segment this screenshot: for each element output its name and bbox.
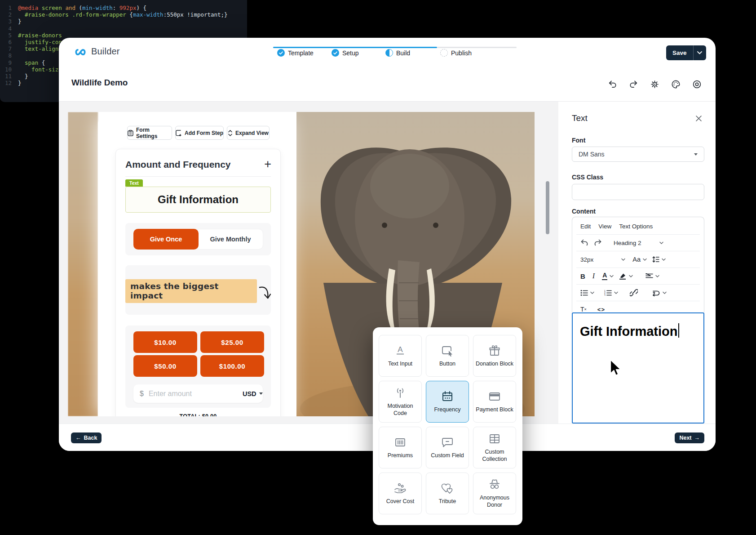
expand-view-button[interactable]: Expand View [227,126,270,140]
save-button[interactable]: Save [666,45,693,60]
palette-item-custom-collection[interactable]: Custom Collection [473,427,516,468]
palette-item-text-input[interactable]: AText Input [379,335,422,377]
amount-button[interactable]: $50.00 [133,355,197,377]
palette-item-motivation-code[interactable]: Motivation Code [379,381,422,423]
palette-item-payment-block[interactable]: Payment Block [473,381,516,423]
add-component-plus-icon[interactable]: + [264,158,271,170]
currency-selector[interactable]: USD [243,390,263,397]
palette-item-cover-cost[interactable]: Cover Cost [379,473,422,514]
stepper-progress-line [273,47,437,48]
italic-button[interactable]: I [592,272,595,280]
add-form-step-label: Add Form Step [185,130,223,136]
palette-item-label: Anonymous Donor [473,495,516,508]
chevron-down-icon[interactable] [614,291,618,295]
chevron-down-icon[interactable] [590,291,594,295]
amount-button[interactable]: $100.00 [200,355,264,377]
bullet-list-icon[interactable] [580,290,588,296]
css-class-input[interactable] [572,184,704,200]
gear-icon[interactable] [650,79,660,89]
menu-edit[interactable]: Edit [580,223,591,230]
palette-item-anonymous-donor[interactable]: Anonymous Donor [473,473,516,514]
text-color-button[interactable]: A [602,272,607,280]
font-select[interactable]: DM Sans [572,147,704,162]
editor-redo-icon[interactable] [594,239,602,246]
text-block-selected[interactable]: Gift Information [125,187,271,213]
palette-item-donation-block[interactable]: Donation Block [473,335,516,377]
chevron-down-icon[interactable] [629,274,633,278]
frequency-icon [441,390,454,403]
chevron-down-icon[interactable] [655,274,659,278]
case-format-button[interactable]: Aa [632,256,641,263]
link-icon[interactable] [630,289,638,296]
step-label: Publish [451,49,472,57]
undo-icon[interactable] [607,79,618,89]
curved-arrow-icon [259,285,271,301]
next-arrow-icon: → [694,435,700,441]
button-icon [441,344,454,357]
component-palette-popup: AText InputButtonDonation BlockMotivatio… [373,327,522,525]
gift-information-heading: Gift Information [158,193,239,206]
next-button[interactable]: Next → [675,432,704,443]
heading-format-select[interactable]: Heading 2 [614,240,641,246]
save-dropdown-button[interactable] [693,45,706,60]
chevron-down-icon[interactable] [621,258,625,262]
step-pending-icon [440,49,448,57]
redo-icon[interactable] [628,79,639,89]
text-input-icon: A [394,344,406,357]
amount-button[interactable]: $10.00 [133,331,197,353]
step-template[interactable]: Template [277,49,314,57]
back-button[interactable]: ← Back [71,432,102,443]
impact-text-block[interactable]: makes the biggest impact [125,265,271,315]
chevron-down-icon[interactable] [662,258,666,262]
step-publish[interactable]: Publish [440,49,472,57]
expand-icon [228,130,233,136]
chevron-down-icon[interactable] [663,291,667,295]
add-form-step-button[interactable]: Add Form Step [175,126,224,140]
font-size-select[interactable]: 32px [580,256,593,263]
back-arrow-icon: ← [75,435,81,441]
text-block-badge: Text [125,179,143,187]
chevron-down-icon[interactable] [643,258,647,262]
page-toolbar: Wildlife Demo [59,67,716,101]
step-build[interactable]: Build [385,49,410,57]
currency-label: USD [243,390,256,397]
builder-logo-icon [74,45,87,59]
content-textarea[interactable]: Gift Information [572,312,704,424]
palette-item-custom-field[interactable]: Custom Field [426,427,469,468]
chevron-down-icon[interactable] [610,274,614,278]
chevron-down-icon[interactable] [659,241,663,245]
palette-item-label: Text Input [386,361,414,368]
ordered-list-icon[interactable]: 123 [604,290,612,296]
give-monthly-button[interactable]: Give Monthly [198,229,263,250]
palette-item-premiums[interactable]: Premiums [379,427,422,468]
canvas-scrollbar[interactable] [546,181,549,234]
palette-item-tribute[interactable]: Tribute [426,473,469,514]
step-check-icon [277,49,285,57]
step-label: Setup [342,49,359,57]
section-title: Amount and Frequency [125,159,231,170]
editor-undo-icon[interactable] [580,239,588,246]
window-header: Builder TemplateSetupBuildPublish Save [59,38,716,67]
highlight-color-icon[interactable] [619,273,627,280]
align-icon[interactable] [645,273,653,279]
amount-button[interactable]: $25.00 [200,331,264,353]
custom-field-icon [441,436,454,449]
bold-button[interactable]: B [580,272,585,280]
menu-text-options[interactable]: Text Options [619,223,653,230]
give-once-button[interactable]: Give Once [133,229,199,250]
enter-amount-input[interactable] [148,389,243,398]
step-setup[interactable]: Setup [332,49,359,57]
code-view-icon[interactable]: <> [597,306,605,313]
palette-icon[interactable] [671,79,681,89]
palette-item-button[interactable]: Button [426,335,469,377]
palette-item-frequency[interactable]: Frequency [426,381,469,423]
insert-variable-icon[interactable] [651,290,660,296]
line-height-icon[interactable] [652,256,659,263]
caret-down-icon [694,153,698,156]
eye-preview-icon[interactable] [692,79,702,89]
page-title: Wildlife Demo [71,78,128,88]
form-settings-button[interactable]: Form Settings [127,126,172,140]
clear-formatting-icon[interactable]: T× [580,306,587,313]
close-icon[interactable] [695,115,702,122]
menu-view[interactable]: View [598,223,611,230]
